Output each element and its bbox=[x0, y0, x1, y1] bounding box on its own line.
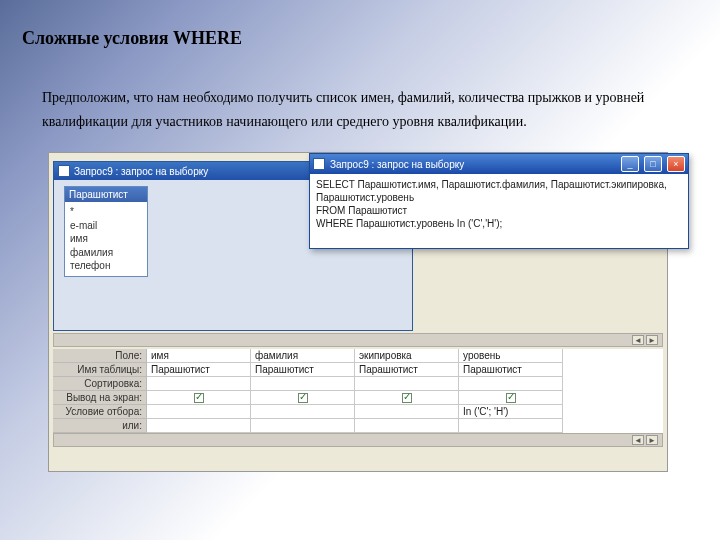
sql-line: WHERE Парашютист.уровень In ('С','Н'); bbox=[316, 217, 682, 230]
qbe-grid[interactable]: Поле: имя фамилия экипировка уровень Имя… bbox=[53, 349, 663, 433]
checkbox-icon[interactable] bbox=[402, 393, 412, 403]
maximize-button[interactable]: □ bbox=[644, 156, 662, 172]
row-label-or: или: bbox=[53, 419, 147, 433]
sql-view-window: Запрос9 : запрос на выборку _ □ × SELECT… bbox=[309, 153, 689, 249]
field-item[interactable]: * bbox=[70, 205, 142, 219]
scroll-right-icon[interactable]: ► bbox=[646, 335, 658, 345]
scroll-left-icon[interactable]: ◄ bbox=[632, 335, 644, 345]
qbe-cell[interactable] bbox=[147, 419, 251, 433]
qbe-cell[interactable]: имя bbox=[147, 349, 251, 363]
qbe-cell[interactable]: Парашютист bbox=[355, 363, 459, 377]
qbe-show-cell[interactable] bbox=[355, 391, 459, 405]
access-app-area: Запрос9 : запрос на выборку Парашютист *… bbox=[48, 152, 668, 472]
sql-title-text: Запрос9 : запрос на выборку bbox=[330, 159, 616, 170]
row-label-show: Вывод на экран: bbox=[53, 391, 147, 405]
field-item[interactable]: фамилия bbox=[70, 246, 142, 260]
qbe-cell[interactable]: Парашютист bbox=[459, 363, 563, 377]
document-icon bbox=[58, 165, 70, 177]
scroll-left-icon[interactable]: ◄ bbox=[632, 435, 644, 445]
qbe-cell[interactable]: In ('С'; 'Н') bbox=[459, 405, 563, 419]
qbe-show-cell[interactable] bbox=[251, 391, 355, 405]
minimize-button[interactable]: _ bbox=[621, 156, 639, 172]
checkbox-icon[interactable] bbox=[506, 393, 516, 403]
sql-line: SELECT Парашютист.имя, Парашютист.фамили… bbox=[316, 178, 682, 204]
qbe-cell[interactable] bbox=[251, 377, 355, 391]
table-fieldlist[interactable]: Парашютист * e-mail имя фамилия телефон bbox=[64, 186, 148, 277]
qbe-cell[interactable]: экипировка bbox=[355, 349, 459, 363]
qbe-cell[interactable] bbox=[459, 377, 563, 391]
row-label-criteria: Условие отбора: bbox=[53, 405, 147, 419]
designer-title-text: Запрос9 : запрос на выборку bbox=[74, 166, 208, 177]
checkbox-icon[interactable] bbox=[298, 393, 308, 403]
close-button[interactable]: × bbox=[667, 156, 685, 172]
qbe-cell[interactable] bbox=[355, 405, 459, 419]
pane-splitter[interactable]: ◄ ► bbox=[53, 333, 663, 347]
qbe-cell[interactable]: уровень bbox=[459, 349, 563, 363]
table-name: Парашютист bbox=[65, 187, 147, 202]
qbe-cell[interactable]: Парашютист bbox=[251, 363, 355, 377]
table-fields[interactable]: * e-mail имя фамилия телефон bbox=[65, 202, 147, 276]
field-item[interactable]: телефон bbox=[70, 259, 142, 273]
qbe-cell[interactable] bbox=[355, 377, 459, 391]
qbe-cell[interactable] bbox=[355, 419, 459, 433]
qbe-show-cell[interactable] bbox=[459, 391, 563, 405]
row-label-field: Поле: bbox=[53, 349, 147, 363]
field-item[interactable]: e-mail bbox=[70, 219, 142, 233]
checkbox-icon[interactable] bbox=[194, 393, 204, 403]
row-label-table: Имя таблицы: bbox=[53, 363, 147, 377]
page-title: Сложные условия WHERE bbox=[22, 28, 242, 49]
sql-text[interactable]: SELECT Парашютист.имя, Парашютист.фамили… bbox=[310, 174, 688, 234]
qbe-scrollbar[interactable]: ◄ ► bbox=[53, 433, 663, 447]
sql-titlebar[interactable]: Запрос9 : запрос на выборку _ □ × bbox=[310, 154, 688, 174]
scroll-right-icon[interactable]: ► bbox=[646, 435, 658, 445]
qbe-cell[interactable] bbox=[251, 419, 355, 433]
document-icon bbox=[313, 158, 325, 170]
qbe-cell[interactable] bbox=[147, 377, 251, 391]
qbe-show-cell[interactable] bbox=[147, 391, 251, 405]
sql-line: FROM Парашютист bbox=[316, 204, 682, 217]
qbe-cell[interactable] bbox=[459, 419, 563, 433]
qbe-cell[interactable]: Парашютист bbox=[147, 363, 251, 377]
row-label-sort: Сортировка: bbox=[53, 377, 147, 391]
qbe-cell[interactable] bbox=[147, 405, 251, 419]
field-item[interactable]: имя bbox=[70, 232, 142, 246]
description-paragraph: Предположим, что нам необходимо получить… bbox=[42, 86, 690, 134]
qbe-cell[interactable]: фамилия bbox=[251, 349, 355, 363]
qbe-cell[interactable] bbox=[251, 405, 355, 419]
